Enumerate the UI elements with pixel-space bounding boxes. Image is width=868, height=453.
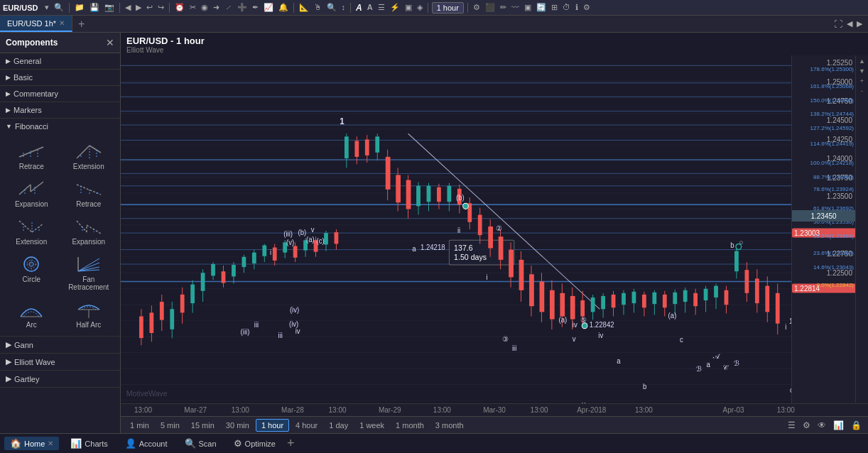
toolbar-wave[interactable]: 〰 (510, 3, 521, 12)
toolbar-menu2[interactable]: ⚡ (389, 3, 401, 12)
right-panel-plus[interactable]: + (859, 77, 864, 85)
tf-1month[interactable]: 1 month (391, 420, 429, 431)
section-general-header[interactable]: ▶ General (0, 53, 120, 69)
toolbar-screenshot[interactable]: 📷 (103, 3, 116, 12)
toolbar-cursor[interactable]: 🖱 (313, 3, 323, 12)
fib-expansion1[interactable]: Expansion (4, 176, 59, 211)
section-markers-header[interactable]: ▶ Markers (0, 102, 120, 118)
fib-fan[interactable]: Fan Retracement (62, 251, 116, 294)
toolbar-forward[interactable]: ▶ (134, 3, 143, 12)
toolbar-plus[interactable]: ➕ (236, 3, 249, 12)
toolbar-menu3[interactable]: ▣ (403, 3, 413, 12)
bottom-add-btn[interactable]: + (287, 436, 295, 451)
tf-1hour[interactable]: 1 hour (256, 419, 289, 432)
toolbar-textb[interactable]: A (366, 3, 374, 12)
svg-text:𝒞: 𝒞 (722, 364, 729, 371)
fib-halfarc[interactable]: Half Arc (62, 297, 116, 332)
tf-icon-settings[interactable]: ⚙ (801, 420, 813, 431)
toolbar-menu4[interactable]: ◈ (416, 3, 424, 12)
tf-icon-eye[interactable]: 👁 (815, 420, 828, 431)
tf-1day[interactable]: 1 day (324, 420, 353, 431)
bottom-tab-scan[interactable]: 🔍 Scan (179, 437, 222, 450)
halfarc-icon (75, 300, 102, 320)
toolbar-alert[interactable]: ⏰ (173, 3, 186, 12)
home-tab-close[interactable]: ✕ (48, 440, 53, 447)
toolbar-bell[interactable]: 🔔 (277, 3, 290, 12)
bottom-tab-charts[interactable]: 📊 Charts (65, 437, 113, 450)
toolbar-circle[interactable]: ◉ (200, 3, 210, 12)
section-gann-header[interactable]: ▶ Gann (0, 337, 120, 353)
toolbar-open[interactable]: 📁 (73, 3, 86, 12)
tf-15min[interactable]: 15 min (186, 420, 219, 431)
toolbar-zoom-in[interactable]: 🔍 (325, 3, 338, 12)
fib-retrace2[interactable]: Retrace (62, 176, 116, 211)
toolbar-zoom-out[interactable]: ↕ (340, 3, 347, 12)
toolbar-save[interactable]: 💾 (88, 3, 101, 12)
section-fibonacci-header[interactable]: ▼ Fibonacci (0, 119, 120, 134)
bottom-tab-home[interactable]: 🏠 Home ✕ (4, 437, 59, 450)
tf-icon-list[interactable]: ☰ (786, 420, 798, 431)
toolbar-layers[interactable]: ⬛ (484, 3, 497, 12)
svg-rect-205 (744, 270, 749, 293)
nav-back-btn[interactable]: ◀ (845, 19, 854, 28)
toolbar-refresh[interactable]: 🔄 (535, 3, 548, 12)
toolbar-clock[interactable]: ⏱ (561, 3, 572, 12)
bottom-tab-optimize[interactable]: ⚙ Optimize (228, 437, 281, 450)
toolbar-settings[interactable]: ⚙ (472, 3, 482, 12)
fib-arc[interactable]: Arc (4, 297, 59, 332)
fib-expansion2[interactable]: Expansion (62, 214, 116, 249)
toolbar-drawing[interactable]: ✏ (499, 3, 508, 12)
tf-30min[interactable]: 30 min (221, 420, 254, 431)
section-commentary-header[interactable]: ▶ Commentary (0, 86, 120, 102)
tab-close-eurusd[interactable]: ✕ (59, 19, 65, 27)
toolbar-arrow[interactable]: ➜ (212, 3, 221, 12)
toolbar-menu1[interactable]: ☰ (376, 3, 386, 12)
sidebar-close-btn[interactable]: ✕ (106, 37, 114, 48)
fib-extension1-label: Extension (73, 163, 104, 170)
svg-text:(v): (v) (286, 239, 294, 246)
toolbar-square[interactable]: ▣ (523, 3, 533, 12)
toolbar-grid[interactable]: ⊞ (550, 3, 559, 12)
tf-5min[interactable]: 5 min (156, 420, 185, 431)
toolbar-cut[interactable]: ✂ (188, 3, 197, 12)
tab-add[interactable]: + (72, 16, 90, 32)
tf-1week[interactable]: 1 week (354, 420, 389, 431)
section-basic-header[interactable]: ▶ Basic (0, 70, 120, 85)
fib-retrace1[interactable]: Retrace (4, 138, 59, 173)
right-panel-down[interactable]: ▼ (858, 67, 866, 75)
toolbar-text[interactable]: A (354, 3, 364, 13)
toolbar-measure[interactable]: 📐 (298, 3, 310, 12)
fib-fan-label: Fan Retracement (65, 275, 114, 291)
toolbar-redo[interactable]: ↪ (156, 3, 166, 12)
section-gartley-header[interactable]: ▶ Gartley (0, 371, 120, 387)
fib-extension1[interactable]: Extension (62, 138, 116, 173)
fib-extension2[interactable]: Extension (4, 214, 59, 249)
fib-circle[interactable]: Circle (4, 251, 59, 294)
toolbar-undo[interactable]: ↩ (145, 3, 154, 12)
toolbar-line[interactable]: ⟋ (223, 3, 234, 12)
right-panel-minus[interactable]: - (860, 87, 864, 95)
pair-dropdown[interactable]: ▾ (43, 3, 50, 12)
tf-4hour[interactable]: 4 hour (291, 420, 322, 431)
toolbar-back[interactable]: ◀ (124, 3, 132, 12)
price-highlight-bar: 1.23450 (792, 210, 855, 222)
fullscreen-btn[interactable]: ⛶ (832, 19, 844, 29)
scan-icon: 🔍 (185, 438, 196, 449)
tf-3month[interactable]: 3 month (430, 420, 469, 431)
toolbar-search[interactable]: 🔍 (53, 3, 65, 12)
nav-forward-btn[interactable]: ▶ (855, 19, 864, 28)
tf-1min[interactable]: 1 min (125, 420, 154, 431)
tab-eurusd[interactable]: EUR/USD 1h* ✕ (0, 16, 72, 32)
fib-circle-label: Circle (22, 275, 40, 283)
svg-line-18 (19, 221, 32, 232)
bottom-tab-account[interactable]: 👤 Account (119, 437, 173, 450)
tf-icon-chart[interactable]: 📊 (831, 420, 846, 431)
toolbar-gear[interactable]: ⚙ (582, 3, 592, 12)
toolbar-chart[interactable]: 📈 (262, 3, 275, 12)
tf-icon-lock[interactable]: 🔒 (849, 420, 864, 431)
section-elliottwave-header[interactable]: ▶ Elliott Wave (0, 354, 120, 370)
right-panel-up[interactable]: ▲ (858, 57, 866, 65)
chart-canvas[interactable]: 137.6 1.50 days (121, 55, 791, 403)
toolbar-info[interactable]: ℹ (574, 3, 580, 12)
toolbar-pen[interactable]: ✒ (251, 3, 260, 12)
